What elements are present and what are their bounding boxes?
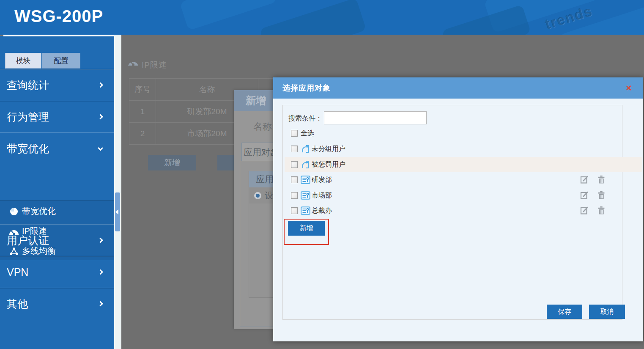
delete-icon[interactable] — [597, 206, 606, 217]
list-item-label: 市场部 — [312, 191, 332, 200]
modal-titlebar: 选择应用对象 — [273, 77, 643, 99]
select-all-label: 全选 — [301, 129, 314, 138]
name-label: 名称: — [253, 121, 274, 133]
ungrouped-users-icon — [301, 144, 311, 154]
radio-icon — [254, 192, 261, 199]
punished-users-icon — [301, 160, 311, 169]
sidebar-subitem-label: 带宽优化 — [22, 206, 56, 217]
header-divider — [3, 35, 114, 36]
row-actions — [580, 206, 612, 215]
save-button[interactable]: 保存 — [547, 305, 582, 319]
sidebar: 模块 配置 查询统计 行为管理 带宽优化 带宽优化 — [0, 36, 114, 349]
edit-icon[interactable] — [580, 191, 589, 201]
checkbox[interactable] — [291, 130, 298, 137]
chevron-right-icon — [98, 82, 103, 88]
bandwidth-circle-icon — [8, 206, 19, 217]
sidebar-item-user-auth[interactable]: 用户认证 — [0, 224, 114, 256]
search-input[interactable] — [324, 111, 427, 124]
list-item[interactable]: 市场部 — [285, 188, 642, 203]
close-icon[interactable]: × — [624, 83, 634, 93]
checkbox[interactable] — [291, 207, 298, 214]
chevron-right-icon — [98, 114, 103, 120]
row-actions — [580, 175, 612, 184]
sidebar-item-label: VPN — [7, 266, 28, 278]
list-item-label: 总裁办 — [312, 206, 332, 215]
chevron-down-icon — [98, 146, 103, 151]
app-window: IP限速 序号 名称 1 研发部20M 2 市场部20M 新增 新增 名称: — [0, 0, 644, 349]
gauge-icon — [127, 57, 140, 68]
list-item-label: 研发部 — [312, 176, 332, 184]
checkbox[interactable] — [291, 161, 298, 168]
sidebar-item-label: 用户认证 — [7, 234, 49, 247]
chevron-right-icon — [98, 269, 103, 275]
list-item[interactable]: 总裁办 — [285, 203, 642, 218]
page-title: IP限速 — [142, 60, 167, 71]
list-item[interactable]: 被惩罚用户 — [285, 157, 642, 172]
app-header: trends WSG-200P — [0, 0, 644, 35]
user-group-icon — [301, 206, 311, 215]
select-all-row[interactable]: 全选 — [285, 126, 642, 141]
tab-modules[interactable]: 模块 — [5, 53, 41, 69]
list-item[interactable]: 未分组用户 — [285, 141, 642, 157]
content-gap-strip — [114, 35, 121, 349]
sidebar-item-label: 其他 — [7, 297, 28, 311]
user-group-icon — [301, 191, 311, 200]
sidebar-item-behavior-mgmt[interactable]: 行为管理 — [0, 101, 114, 132]
sidebar-item-other[interactable]: 其他 — [0, 288, 114, 319]
sidebar-item-query-stats[interactable]: 查询统计 — [0, 69, 114, 101]
sidebar-item-label: 查询统计 — [7, 78, 49, 92]
search-label: 搜索条件： — [288, 114, 322, 123]
chevron-right-icon — [98, 238, 103, 243]
checkbox[interactable] — [291, 146, 298, 152]
table-cell: 2 — [129, 123, 156, 145]
list-item-label: 未分组用户 — [312, 145, 345, 154]
sidebar-item-label: 行为管理 — [7, 110, 49, 124]
delete-icon[interactable] — [597, 191, 606, 201]
list-item[interactable]: 研发部 — [285, 172, 642, 187]
cancel-button[interactable]: 取消 — [589, 305, 625, 319]
delete-icon[interactable] — [597, 175, 606, 186]
tab-config[interactable]: 配置 — [42, 53, 80, 69]
user-group-icon — [301, 175, 311, 184]
edit-icon[interactable] — [580, 206, 589, 217]
background-add-button: 新增 — [148, 155, 196, 170]
edit-icon[interactable] — [580, 175, 589, 186]
list-item-label: 被惩罚用户 — [312, 160, 345, 169]
modal-title-text: 选择应用对象 — [282, 83, 331, 93]
checkbox[interactable] — [291, 192, 298, 199]
table-cell: 1 — [129, 101, 156, 123]
column-header: 序号 — [129, 79, 156, 101]
select-application-object-modal: 选择应用对象 × 搜索条件： 全选 未分组用户 被惩罚用户 — [273, 77, 643, 341]
sidebar-item-vpn[interactable]: VPN — [0, 256, 114, 288]
add-button[interactable]: 新增 — [288, 221, 325, 236]
checkbox[interactable] — [291, 176, 298, 183]
sidebar-item-label: 带宽优化 — [7, 142, 49, 156]
row-actions — [580, 191, 612, 200]
chevron-right-icon — [98, 301, 103, 307]
sidebar-subitem-bandwidth-opt[interactable]: 带宽优化 — [0, 201, 114, 221]
sidebar-item-bandwidth-opt[interactable]: 带宽优化 — [0, 132, 114, 164]
brand-logo: WSG-200P — [14, 7, 103, 26]
sidebar-collapse-handle[interactable] — [115, 192, 120, 231]
